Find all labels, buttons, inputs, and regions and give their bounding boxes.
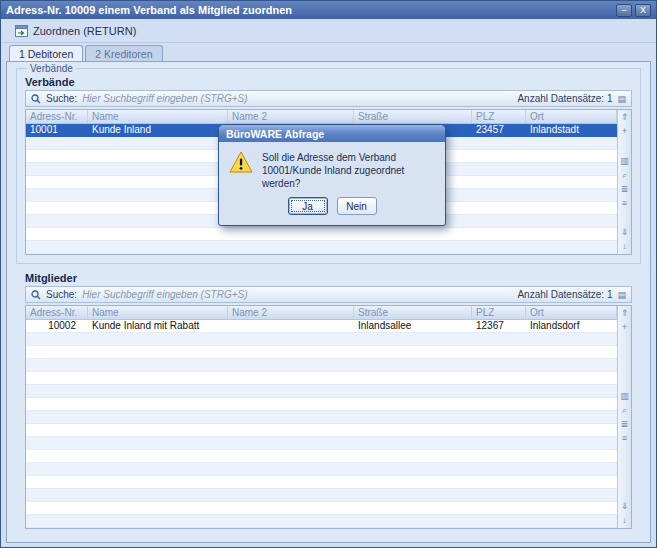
add-icon[interactable]: + (619, 126, 631, 137)
column-header[interactable]: Name (88, 110, 228, 123)
edit-icon[interactable]: ▤ (617, 290, 626, 300)
cell (26, 163, 88, 175)
cell (526, 515, 617, 527)
cell (526, 502, 617, 514)
cell (88, 450, 228, 462)
table-row[interactable] (26, 333, 617, 346)
cell (26, 176, 88, 188)
cell (526, 359, 617, 371)
table-row[interactable] (26, 228, 617, 241)
table-row[interactable] (26, 241, 617, 254)
list-icon[interactable]: ≣ (619, 184, 631, 195)
down-icon[interactable]: ↓ (619, 515, 631, 526)
mitglieder-table: Adress-Nr.NameName 2StraßePLZOrt10002Kun… (25, 305, 632, 529)
table-row[interactable] (26, 359, 617, 372)
scroll-bottom-icon[interactable]: ⇓ (619, 227, 631, 238)
cell (88, 476, 228, 488)
table-row[interactable]: 10002Kunde Inland mit RabattInlandsallee… (26, 320, 617, 333)
table-row[interactable] (26, 502, 617, 515)
minimize-button[interactable]: − (616, 4, 632, 17)
cell (354, 476, 472, 488)
columns-icon[interactable]: ▥ (619, 391, 631, 402)
cell (526, 150, 617, 162)
cell (26, 215, 88, 227)
cell (88, 189, 228, 201)
mitglieder-search-input[interactable] (82, 289, 512, 300)
no-button[interactable]: Nein (337, 197, 377, 215)
column-header[interactable]: Straße (354, 306, 472, 319)
cell (88, 241, 228, 253)
table-row[interactable] (26, 476, 617, 489)
column-header[interactable]: PLZ (472, 306, 526, 319)
column-header[interactable]: Ort (526, 110, 617, 123)
column-header[interactable]: Straße (354, 110, 472, 123)
filter-icon[interactable]: ≡ (619, 433, 631, 444)
table-row[interactable] (26, 385, 617, 398)
table-row[interactable] (26, 398, 617, 411)
cell (472, 346, 526, 358)
cell (526, 163, 617, 175)
cell (526, 437, 617, 449)
tab-debitoren[interactable]: 1 Debitoren (9, 45, 83, 61)
cell (472, 202, 526, 214)
tab-bar: 1 Debitoren 2 Kreditoren (1, 43, 656, 61)
cell (472, 437, 526, 449)
column-header[interactable]: Name 2 (228, 306, 354, 319)
cell (526, 463, 617, 475)
window-titlebar[interactable]: Adress-Nr. 10009 einem Verband als Mitgl… (1, 1, 656, 19)
table-row[interactable] (26, 424, 617, 437)
cell (472, 372, 526, 384)
filter-icon[interactable]: ≡ (619, 198, 631, 209)
cell (354, 372, 472, 384)
cell (354, 346, 472, 358)
cell: Inlandsallee (354, 320, 472, 332)
tab-kreditoren[interactable]: 2 Kreditoren (85, 45, 162, 61)
cell (472, 450, 526, 462)
mitglieder-searchbar: Suche: Anzahl Datensätze: 1 ▤ (25, 286, 632, 303)
columns-icon[interactable]: ▥ (619, 156, 631, 167)
table-row[interactable] (26, 411, 617, 424)
cell (88, 463, 228, 475)
edit-icon[interactable]: ▤ (617, 94, 626, 104)
cell (526, 372, 617, 384)
cell (26, 398, 88, 410)
verbaende-group-legend: Verbände (27, 63, 76, 74)
table-row[interactable] (26, 450, 617, 463)
table-row[interactable] (26, 437, 617, 450)
close-button[interactable]: X (635, 4, 651, 17)
list-icon[interactable]: ≣ (619, 419, 631, 430)
column-header[interactable]: Ort (526, 306, 617, 319)
verbaende-search-input[interactable] (82, 93, 512, 104)
cell (88, 163, 228, 175)
down-icon[interactable]: ↓ (619, 241, 631, 252)
cell (88, 489, 228, 501)
cell (472, 411, 526, 423)
table-row[interactable] (26, 346, 617, 359)
column-header[interactable]: Name (88, 306, 228, 319)
cell (88, 359, 228, 371)
table-row[interactable] (26, 489, 617, 502)
table-row[interactable] (26, 372, 617, 385)
cell (88, 398, 228, 410)
table-row[interactable] (26, 515, 617, 528)
yes-button[interactable]: Ja (288, 197, 328, 215)
table-header-row: Adress-Nr.NameName 2StraßePLZOrt (26, 110, 617, 124)
scroll-bottom-icon[interactable]: ⇓ (619, 501, 631, 512)
table-row[interactable] (26, 463, 617, 476)
cell (26, 228, 88, 240)
scroll-top-icon[interactable]: ⇑ (619, 112, 631, 123)
column-header[interactable]: PLZ (472, 110, 526, 123)
search-icon[interactable]: ⌕ (619, 170, 631, 181)
cell (472, 502, 526, 514)
column-header[interactable]: Name 2 (228, 110, 354, 123)
search-icon[interactable]: ⌕ (619, 405, 631, 416)
zuordnen-button[interactable]: Zuordnen (RETURN) (8, 22, 143, 40)
column-header[interactable]: Adress-Nr. (26, 306, 88, 319)
column-header[interactable]: Adress-Nr. (26, 110, 88, 123)
dialog-titlebar[interactable]: BüroWARE Abfrage (219, 125, 445, 142)
cell (228, 476, 354, 488)
scroll-top-icon[interactable]: ⇑ (619, 308, 631, 319)
cell (88, 411, 228, 423)
cell (472, 241, 526, 253)
add-icon[interactable]: + (619, 322, 631, 333)
